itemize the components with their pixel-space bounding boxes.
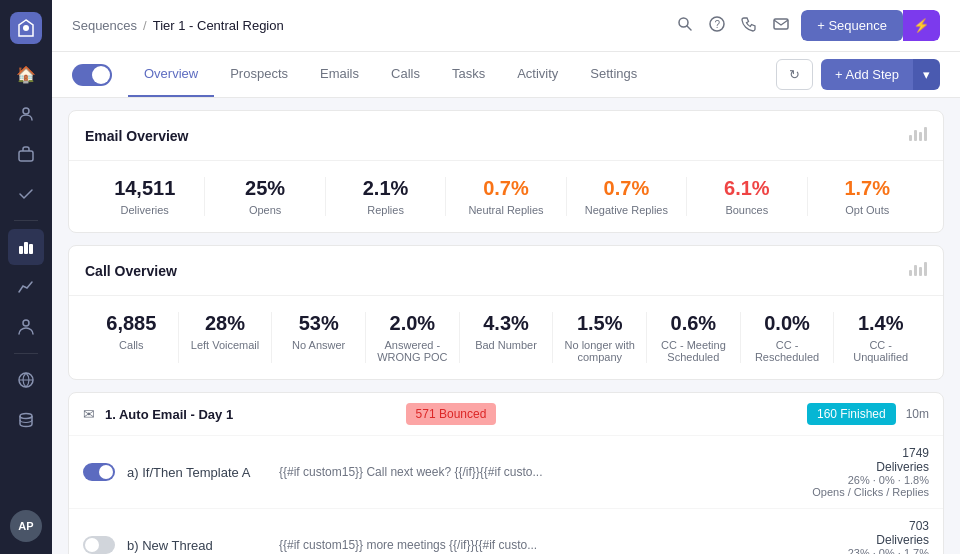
email-stat-deliveries: 14,511 Deliveries — [85, 177, 205, 216]
unqualified-label: CC - Unqualified — [842, 339, 919, 363]
bad-number-label: Bad Number — [468, 339, 545, 351]
header: Sequences / Tier 1 - Central Region ? — [52, 0, 960, 52]
bounced-badge: 571 Bounced — [406, 403, 497, 425]
add-step-button-group: + Add Step ▾ — [821, 59, 940, 90]
call-stat-bad-number: 4.3% Bad Number — [460, 312, 554, 363]
add-sequence-button[interactable]: + Sequence — [801, 10, 903, 41]
phone-icon[interactable] — [741, 16, 757, 36]
check-icon[interactable] — [8, 176, 44, 212]
email-overview-title: Email Overview — [85, 128, 189, 144]
sequence-lightning-button[interactable]: ⚡ — [903, 10, 940, 41]
voicemail-label: Left Voicemail — [187, 339, 264, 351]
breadcrumb: Sequences / Tier 1 - Central Region — [72, 18, 284, 33]
bad-number-value: 4.3% — [468, 312, 545, 335]
sequence-toggle[interactable] — [72, 64, 112, 86]
breadcrumb-current: Tier 1 - Central Region — [153, 18, 284, 33]
negative-replies-label: Negative Replies — [575, 204, 678, 216]
tab-overview[interactable]: Overview — [128, 52, 214, 97]
briefcase-icon[interactable] — [8, 136, 44, 172]
template-a-preview: {{#if custom15}} Call next week? {{/if}}… — [279, 465, 800, 479]
tab-emails[interactable]: Emails — [304, 52, 375, 97]
deliveries-label: Deliveries — [93, 204, 196, 216]
no-longer-value: 1.5% — [561, 312, 638, 335]
svg-point-6 — [23, 320, 29, 326]
auto-email-header: ✉ 1. Auto Email - Day 1 571 Bounced 160 … — [69, 393, 943, 435]
mail-icon[interactable] — [773, 16, 789, 36]
svg-rect-3 — [19, 246, 23, 254]
svg-line-10 — [687, 26, 691, 30]
email-stat-opens: 25% Opens — [205, 177, 325, 216]
toggle-switch[interactable] — [72, 64, 112, 86]
email-time: 10m — [906, 407, 929, 421]
auto-email-row: ✉ 1. Auto Email - Day 1 571 Bounced 160 … — [68, 392, 944, 554]
template-b-deliveries: 703 — [812, 519, 929, 533]
template-a-metrics: 26% · 0% · 1.8% — [812, 474, 929, 486]
sidebar-logo[interactable] — [10, 12, 42, 44]
call-stats-row: 6,885 Calls 28% Left Voicemail 53% No An… — [69, 296, 943, 379]
opens-value: 25% — [213, 177, 316, 200]
breadcrumb-separator: / — [143, 18, 147, 33]
finished-badge: 160 Finished — [807, 403, 896, 425]
call-overview-header: Call Overview — [69, 246, 943, 296]
meeting-scheduled-value: 0.6% — [655, 312, 732, 335]
template-b-deliveries-label: Deliveries — [812, 533, 929, 547]
neutral-replies-value: 0.7% — [454, 177, 557, 200]
wrong-poc-label: Answered - WRONG POC — [374, 339, 451, 363]
tabs-bar: Overview Prospects Emails Calls Tasks Ac… — [52, 52, 960, 98]
template-a-label: a) If/Then Template A — [127, 465, 267, 480]
email-overview-card: Email Overview 14,511 Deliveries 25% — [68, 110, 944, 233]
sequence-button-group: + Sequence ⚡ — [801, 10, 940, 41]
bounces-label: Bounces — [695, 204, 798, 216]
template-b-toggle[interactable] — [83, 536, 115, 554]
replies-value: 2.1% — [334, 177, 437, 200]
template-a-deliveries-label: Deliveries — [812, 460, 929, 474]
svg-point-0 — [23, 25, 29, 31]
email-stat-negative-replies: 0.7% Negative Replies — [567, 177, 687, 216]
tab-calls[interactable]: Calls — [375, 52, 436, 97]
sidebar: 🏠 — [0, 0, 52, 554]
call-chart-icon[interactable] — [907, 258, 927, 283]
search-icon[interactable] — [677, 16, 693, 36]
template-b-preview: {{#if custom15}} more meetings {{/if}}{{… — [279, 538, 800, 552]
svg-rect-16 — [919, 132, 922, 141]
avatar[interactable]: AP — [10, 510, 42, 542]
deliveries-value: 14,511 — [93, 177, 196, 200]
globe-icon[interactable] — [8, 362, 44, 398]
no-longer-label: No longer with company — [561, 339, 638, 363]
database-icon[interactable] — [8, 402, 44, 438]
no-answer-value: 53% — [280, 312, 357, 335]
email-stat-neutral-replies: 0.7% Neutral Replies — [446, 177, 566, 216]
add-step-button[interactable]: + Add Step — [821, 59, 913, 90]
email-stat-bounces: 6.1% Bounces — [687, 177, 807, 216]
svg-point-1 — [23, 108, 29, 114]
svg-rect-15 — [914, 130, 917, 141]
content-area: Email Overview 14,511 Deliveries 25% — [52, 98, 960, 554]
tab-settings[interactable]: Settings — [574, 52, 653, 97]
breadcrumb-parent[interactable]: Sequences — [72, 18, 137, 33]
home-icon[interactable]: 🏠 — [8, 56, 44, 92]
template-b-label: b) New Thread — [127, 538, 267, 553]
template-a-toggle[interactable] — [83, 463, 115, 481]
add-step-arrow-button[interactable]: ▾ — [913, 59, 940, 90]
person-icon[interactable] — [8, 309, 44, 345]
rescheduled-value: 0.0% — [749, 312, 826, 335]
email-stat-replies: 2.1% Replies — [326, 177, 446, 216]
contacts-icon[interactable] — [8, 96, 44, 132]
call-stat-unqualified: 1.4% CC - Unqualified — [834, 312, 927, 363]
svg-rect-2 — [19, 151, 33, 161]
tab-activity[interactable]: Activity — [501, 52, 574, 97]
refresh-button[interactable]: ↻ — [776, 59, 813, 90]
call-stat-calls: 6,885 Calls — [85, 312, 179, 363]
no-answer-label: No Answer — [280, 339, 357, 351]
call-overview-card: Call Overview 6,885 Calls 28% — [68, 245, 944, 380]
tab-prospects[interactable]: Prospects — [214, 52, 304, 97]
wrong-poc-value: 2.0% — [374, 312, 451, 335]
tab-tasks[interactable]: Tasks — [436, 52, 501, 97]
svg-rect-14 — [909, 135, 912, 141]
calls-label: Calls — [93, 339, 170, 351]
analytics-icon[interactable] — [8, 269, 44, 305]
chart-bar-icon[interactable] — [8, 229, 44, 265]
template-b-metrics: 23% · 0% · 1.7% — [812, 547, 929, 554]
chart-icon[interactable] — [907, 123, 927, 148]
help-icon[interactable]: ? — [709, 16, 725, 36]
